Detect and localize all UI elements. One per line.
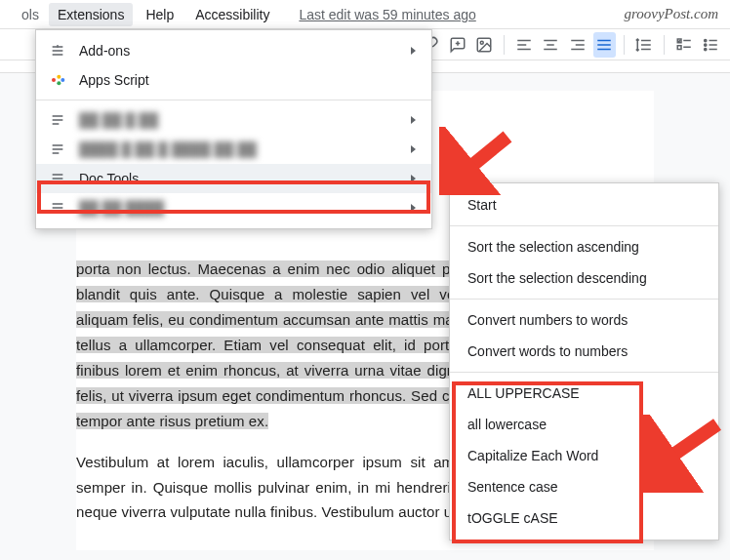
num-to-words-item[interactable]: Convert numbers to words (450, 304, 718, 336)
svg-point-3 (705, 39, 707, 41)
chevron-right-icon (411, 116, 416, 124)
align-left-button[interactable] (512, 32, 536, 58)
align-right-button[interactable] (566, 32, 589, 58)
extension-label-blurred: ██ ██ █ ██ (79, 112, 398, 128)
extension-item-4[interactable]: ██ ██ ████ (36, 193, 431, 222)
svg-point-7 (57, 75, 61, 79)
line-spacing-button[interactable] (632, 32, 656, 58)
all-lowercase-item[interactable]: all lowercase (450, 409, 718, 440)
svg-point-4 (705, 43, 707, 45)
tools-menu-fragment: ols (16, 3, 45, 26)
align-center-button[interactable] (539, 32, 562, 58)
apps-script-menu-item[interactable]: Apps Script (36, 65, 431, 95)
help-menu[interactable]: Help (137, 3, 182, 26)
bulleted-list-button[interactable] (699, 32, 722, 58)
svg-point-1 (480, 41, 483, 44)
sort-desc-item[interactable]: Sort the selection descending (450, 262, 718, 294)
add-comment-button[interactable] (446, 32, 469, 58)
words-to-num-item[interactable]: Convert words to numbers (450, 336, 718, 367)
toggle-case-item[interactable]: tOGGLE cASE (450, 502, 718, 534)
sort-asc-item[interactable]: Sort the selection ascending (450, 231, 718, 262)
divider (504, 35, 505, 55)
svg-point-9 (61, 78, 64, 82)
last-edit-link[interactable]: Last edit was 59 minutes ago (299, 7, 475, 22)
chevron-right-icon (411, 175, 416, 182)
chevron-right-icon (411, 204, 416, 212)
accessibility-menu[interactable]: Accessibility (186, 3, 278, 26)
chevron-right-icon (411, 145, 416, 153)
menu-bar: ols Extensions Help Accessibility Last e… (0, 0, 730, 29)
extension-icon (49, 111, 66, 129)
addons-label: Add-ons (79, 43, 398, 59)
separator (36, 100, 431, 100)
apps-script-label: Apps Script (79, 72, 416, 88)
start-item[interactable]: Start (450, 189, 718, 220)
svg-point-6 (52, 78, 56, 82)
doc-tools-label: Doc Tools (79, 171, 398, 186)
separator (450, 299, 718, 300)
extension-icon (49, 140, 66, 158)
extension-icon (49, 170, 66, 187)
checklist-button[interactable] (672, 32, 696, 58)
separator (450, 225, 718, 226)
apps-script-icon (49, 71, 66, 89)
sentence-case-item[interactable]: Sentence case (450, 471, 718, 502)
brand-watermark: groovyPost.com (624, 6, 718, 22)
doc-tools-submenu: Start Sort the selection ascending Sort … (449, 182, 719, 540)
extension-item-2[interactable]: ████ █ ██ █ ████ ██ ██ (36, 135, 431, 164)
insert-image-button[interactable] (472, 32, 496, 58)
addons-icon (49, 42, 66, 60)
doc-tools-menu-item[interactable]: Doc Tools (36, 164, 431, 193)
extension-icon (49, 199, 66, 217)
capitalize-each-word-item[interactable]: Capitalize Each Word (450, 440, 718, 471)
all-uppercase-item[interactable]: ALL UPPERCASE (450, 378, 718, 409)
svg-point-5 (705, 48, 707, 50)
extensions-dropdown: Add-ons Apps Script ██ ██ █ ██ ████ █ ██… (35, 29, 432, 229)
separator (450, 372, 718, 373)
svg-point-8 (57, 81, 61, 85)
divider (624, 35, 625, 55)
align-justify-button[interactable] (593, 32, 617, 58)
addons-menu-item[interactable]: Add-ons (36, 36, 431, 65)
divider (664, 35, 665, 55)
extension-label-blurred: ██ ██ ████ (79, 200, 398, 216)
chevron-right-icon (411, 47, 416, 55)
extension-item-1[interactable]: ██ ██ █ ██ (36, 105, 431, 135)
extensions-menu[interactable]: Extensions (49, 3, 133, 26)
extension-label-blurred: ████ █ ██ █ ████ ██ ██ (79, 141, 398, 157)
